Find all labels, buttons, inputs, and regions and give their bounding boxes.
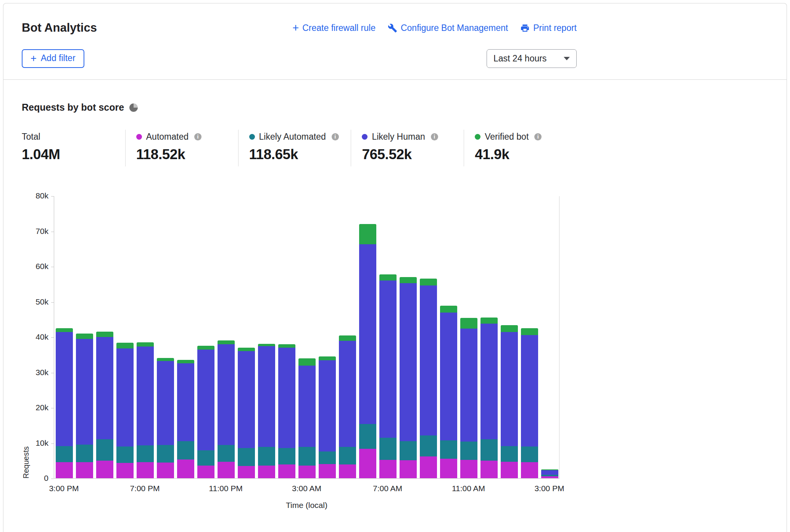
x-axis-tick-label: 7:00 AM [361, 484, 414, 493]
stat-automated-label: Automated [146, 132, 189, 142]
bar-segment-likely-automated [319, 451, 336, 464]
bar-segment-likely-human [319, 360, 336, 451]
bar-segment-likely-automated [76, 445, 93, 462]
bar-6-9-00-pm[interactable] [177, 360, 194, 478]
bar-segment-automated [501, 462, 518, 478]
bar-18-9-00-am[interactable] [420, 279, 437, 478]
bar-segment-automated [197, 466, 214, 478]
bar-segment-automated [460, 460, 477, 478]
bar-segment-likely-human [177, 363, 194, 441]
bar-14-5-00-am[interactable] [339, 335, 356, 478]
bar-segment-automated [157, 463, 174, 478]
y-axis-tick-mark [51, 408, 54, 408]
bar-segment-verified-bot [238, 348, 255, 351]
bar-segment-likely-automated [460, 442, 477, 460]
bar-segment-likely-automated [258, 447, 275, 466]
bar-12-3-00-am[interactable] [298, 358, 316, 478]
bar-segment-likely-automated [359, 424, 376, 449]
info-icon[interactable] [534, 133, 542, 140]
bar-segment-automated [480, 461, 498, 478]
y-axis-tick-label: 20k [22, 403, 48, 412]
info-icon[interactable] [431, 133, 438, 140]
bar-13-4-00-am[interactable] [319, 356, 336, 478]
likely-human-legend-dot [362, 134, 368, 140]
bar-segment-likely-automated [56, 446, 73, 463]
bar-2-5-00-pm[interactable] [96, 332, 113, 478]
bar-0-3-00-pm[interactable] [56, 328, 73, 478]
bar-segment-likely-human [258, 346, 275, 447]
plus-icon [292, 24, 299, 32]
bar-9-12-00-am[interactable] [238, 348, 255, 478]
section-title: Requests by bot score [22, 102, 124, 113]
wrench-icon [388, 23, 397, 33]
bar-segment-likely-human [238, 351, 255, 448]
bar-15-6-00-am[interactable] [359, 224, 376, 478]
bar-segment-verified-bot [157, 358, 174, 361]
header: Bot Analytics Create firewall rule Confi… [3, 3, 787, 80]
bar-segment-verified-bot [420, 279, 437, 285]
page-title: Bot Analytics [22, 21, 97, 35]
bar-22-1-00-pm[interactable] [501, 325, 518, 478]
bar-11-2-00-am[interactable] [278, 344, 295, 478]
bar-segment-verified-bot [480, 318, 498, 324]
create-firewall-rule-link[interactable]: Create firewall rule [292, 23, 376, 33]
bar-segment-automated [278, 464, 295, 478]
bar-segment-automated [379, 460, 397, 478]
x-axis-tick-label: 3:00 PM [37, 484, 91, 493]
bar-23-2-00-pm[interactable] [521, 328, 538, 478]
x-axis-tick-label: 7:00 PM [118, 484, 172, 493]
stat-likely-human-label: Likely Human [372, 132, 425, 142]
bar-segment-verified-bot [197, 346, 214, 350]
bar-5-8-00-pm[interactable] [157, 358, 174, 478]
bar-segment-verified-bot [116, 343, 134, 348]
bar-segment-automated [319, 464, 336, 478]
bar-21-12-00-pm[interactable] [480, 318, 498, 478]
bar-segment-likely-automated [177, 441, 194, 459]
stats-row: Total 1.04M Automated 118.52k Likely Aut… [22, 130, 577, 166]
bar-segment-likely-human [501, 332, 518, 446]
info-icon[interactable] [194, 133, 202, 140]
y-axis-tick-mark [51, 302, 54, 303]
stat-likely-human-value: 765.52k [362, 147, 464, 163]
bar-segment-automated [440, 459, 457, 478]
bar-17-8-00-am[interactable] [400, 277, 417, 478]
bar-1-4-00-pm[interactable] [76, 334, 93, 478]
bar-segment-verified-bot [278, 344, 295, 348]
bar-20-11-00-am[interactable] [460, 318, 477, 478]
bar-segment-verified-bot [298, 358, 316, 366]
x-axis-tick-label: 11:00 AM [442, 484, 495, 493]
add-filter-button[interactable]: Add filter [22, 49, 84, 68]
bar-8-11-00-pm[interactable] [218, 340, 235, 478]
bar-24-3-00-pm[interactable] [541, 469, 558, 478]
bar-segment-likely-human [96, 337, 113, 439]
bar-segment-likely-automated [440, 440, 457, 459]
bar-segment-verified-bot [440, 306, 457, 313]
verified-bot-legend-dot [475, 134, 480, 140]
bar-segment-likely-human [197, 350, 214, 450]
bar-19-10-00-am[interactable] [440, 306, 457, 478]
y-axis-tick-label: 0 [22, 474, 48, 483]
bar-3-6-00-pm[interactable] [116, 343, 134, 478]
bar-16-7-00-am[interactable] [379, 274, 397, 478]
stat-automated-value: 118.52k [136, 147, 238, 163]
y-axis-tick-label: 70k [22, 227, 48, 236]
time-range-value: Last 24 hours [493, 53, 547, 64]
bar-10-1-00-am[interactable] [258, 344, 275, 478]
bar-segment-automated [298, 466, 316, 478]
bar-segment-likely-automated [501, 446, 518, 462]
automated-legend-dot [136, 134, 142, 140]
time-range-select[interactable]: Last 24 hours [487, 49, 577, 68]
configure-bot-management-link[interactable]: Configure Bot Management [388, 23, 508, 33]
bar-7-10-00-pm[interactable] [197, 346, 214, 478]
bar-segment-likely-human [521, 335, 538, 446]
print-report-link[interactable]: Print report [520, 23, 577, 33]
bar-segment-automated [56, 462, 73, 478]
bar-segment-likely-human [157, 361, 174, 445]
info-icon[interactable] [332, 133, 339, 140]
bar-segment-likely-automated [379, 438, 397, 460]
bar-segment-likely-automated [157, 445, 174, 463]
bar-segment-likely-human [440, 313, 457, 440]
bar-segment-verified-bot [460, 318, 477, 329]
bar-4-7-00-pm[interactable] [137, 342, 154, 478]
bar-segment-likely-automated [278, 448, 295, 464]
